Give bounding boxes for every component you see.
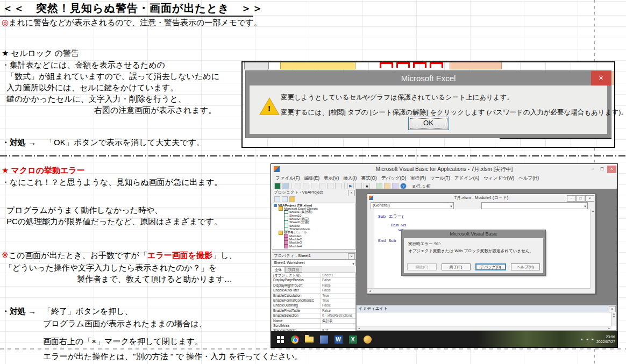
vba-left-panels: プロジェクト - VBAProject × VBAProject (7月.xls… — [272, 189, 356, 332]
close-icon[interactable]: × — [591, 71, 611, 85]
property-row: EnableFormatConditionsCTrue — [272, 298, 355, 303]
memo-sheet: ＜＜ 突然！見知らぬ警告・画面が出たとき ＞＞ ◎まれに警告などが表示されるので… — [0, 0, 626, 364]
cell-lock-line-5: 右図の注意画面が表示されます。 — [94, 105, 216, 115]
excel-shot-border-fragment — [500, 138, 611, 139]
tab-categorized[interactable]: 項目別 — [285, 266, 302, 273]
module-icon — [284, 244, 288, 248]
macro-remedy-line-1: 「終了」ボタンを押し、 — [43, 306, 133, 316]
error-dialog-buttons: 継続(C) 終了(E) デバッグ(D) ヘルプ(H) — [407, 263, 540, 270]
property-row: EnableOutliningFalse — [272, 303, 355, 308]
network-icon[interactable]: ► — [591, 338, 594, 341]
toolbar-separator — [344, 183, 345, 189]
menu-window[interactable]: ウィンドウ(W) — [483, 175, 514, 182]
procedure-dropdown[interactable]: ▼ — [481, 202, 588, 209]
error-code-text: 実行時エラー '91': — [408, 241, 441, 247]
note-marker: ※ — [2, 251, 9, 260]
menu-insert[interactable]: 挿入(I) — [343, 175, 357, 182]
macro-note-line-2: 「どういった操作や文字入力したら表示されたのか？」を — [4, 263, 217, 273]
cell-lock-line-4: 鍵のかかったセルに、文字入力・削除を行うと、 — [6, 94, 186, 104]
close-icon[interactable]: × — [585, 195, 594, 202]
cell-lock-heading: ★ セルロック の警告 — [2, 48, 79, 58]
menu-format[interactable]: 書式(O) — [361, 175, 376, 182]
macro-note-line-3: 製作者まで、教えて頂けると助かります… — [77, 274, 232, 284]
macro-remedy-line-4: エラーが出た操作とは、"別の方法 " で 操作・入力 を行ってください。 — [43, 352, 303, 361]
help-button[interactable]: ヘルプ(H) — [511, 263, 540, 270]
page-subtitle: ◎まれに警告などが表示されるので、注意・警告表示の一部メモです。 — [2, 18, 262, 27]
macro-note-line-1: ※この画面が出たとき、お手数ですが「エラー画面を撮影」し、 — [2, 251, 237, 260]
view-object-icon[interactable] — [282, 196, 288, 202]
menu-help[interactable]: ヘルプ(H) — [518, 175, 539, 182]
hidden-icons-icon[interactable]: ▲ — [580, 338, 584, 341]
immediate-vertical-scrollbar[interactable]: ▲▼ — [611, 312, 616, 326]
toolbar-separator — [291, 183, 292, 189]
chrome-icon[interactable] — [290, 334, 300, 344]
file-explorer-icon[interactable] — [304, 334, 314, 344]
general-dropdown[interactable]: (General) ▼ — [371, 202, 454, 209]
vba-menubar: ファイル(F) 編集(E) 表示(V) 挿入(I) 書式(O) デバッグ(D) … — [271, 175, 617, 182]
vba-screenshot[interactable]: Microsoft Visual Basic for Applications … — [271, 163, 618, 348]
properties-tabs: 全体 項目別 — [272, 266, 356, 273]
system-tray: ▲ ◄ ► 23:562022/07/27 — [580, 334, 617, 345]
page-break-line — [0, 155, 626, 156]
code-window-titlebar: 7月.xlsm - Module4 (コード) — [367, 194, 595, 202]
notes-app-icon[interactable] — [319, 334, 329, 344]
minimize-icon[interactable]: − — [567, 195, 576, 202]
property-row: EnableCalculationTrue — [272, 294, 355, 298]
taskbar-clock[interactable]: 23:562022/07/27 — [596, 334, 615, 345]
tree-item-module4[interactable]: Module4 — [272, 245, 355, 248]
start-button[interactable] — [275, 334, 285, 344]
excel-dialog-message-1: 変更しようとしているセルやグラフは保護されているシート上にあります。 — [281, 93, 514, 102]
excel-shot-red-title-fragment — [380, 62, 443, 68]
menu-view[interactable]: 表示(V) — [324, 175, 339, 182]
error-message-text: オブジェクト変数または With ブロック変数が設定されていません。 — [408, 248, 533, 254]
page-title: ＜＜ 突然！見知らぬ警告・画面が出たとき ＞＞ — [2, 2, 264, 15]
browser-icon[interactable] — [362, 334, 372, 344]
code-horizontal-scrollbar[interactable]: ◄ — [367, 288, 591, 294]
chevron-down-icon: ▼ — [584, 204, 587, 209]
windows-logo-icon — [277, 336, 284, 343]
code-line: Dim ws — [391, 223, 407, 227]
chevron-down-icon: ▼ — [450, 204, 453, 209]
menu-file[interactable]: ファイル(F) — [275, 175, 300, 182]
excel-shot-peach-cell-fragment — [450, 62, 502, 69]
subtitle-marker: ◎ — [2, 18, 9, 27]
menu-tools[interactable]: ツール(T) — [430, 175, 450, 182]
word-icon[interactable]: W — [333, 334, 343, 344]
cell-lock-line-1: ・集計表などには、金額を表示させるための — [2, 60, 165, 70]
ok-button[interactable]: OK — [408, 117, 449, 130]
cell-lock-remedy-label: ・対処 → — [2, 138, 36, 147]
code-line: Sub エラー( — [378, 213, 404, 219]
minimize-icon[interactable]: − — [588, 166, 597, 173]
menu-addins[interactable]: アドイン(A) — [454, 175, 479, 182]
code-margin-bar — [367, 209, 374, 289]
cell-lock-line-2: 「数式」が組まれていますので、誤って消去しないために — [6, 72, 219, 81]
cell-lock-remedy-text: 「OK」ボタンで表示を消して大丈夫です。 — [46, 138, 204, 147]
menu-edit[interactable]: 編集(E) — [304, 175, 319, 182]
debug-button[interactable]: デバッグ(D) — [475, 263, 506, 270]
maximize-icon[interactable]: □ — [597, 166, 607, 173]
end-button[interactable]: 終了(E) — [442, 263, 471, 270]
menu-run[interactable]: 実行(R) — [410, 175, 426, 182]
warning-exclamation: ! — [268, 104, 271, 113]
immediate-horizontal-scrollbar[interactable]: ◄► — [357, 326, 611, 330]
volume-icon[interactable]: ◄ — [586, 338, 589, 341]
mdi-area: 7月.xlsm - Module4 (コード) − □ × (General) … — [356, 189, 617, 305]
immediate-window-header: イミディエイト × — [357, 305, 616, 312]
menu-debug[interactable]: デバッグ(D) — [381, 175, 407, 182]
excel-warning-screenshot[interactable]: Microsoft Excel × ! 変更しようとしているセルやグラフは保護さ… — [241, 61, 615, 148]
excel-shot-peach-edge-fragment — [611, 71, 614, 85]
error-dialog-body: 実行時エラー '91': オブジェクト変数または With ブロック変数が設定さ… — [404, 238, 543, 273]
restore-icon[interactable]: □ — [576, 195, 585, 202]
view-code-icon[interactable] — [274, 196, 280, 202]
macro-heading: ★ マクロの挙動エラー — [2, 166, 85, 175]
code-vertical-scrollbar[interactable]: ▲ — [590, 209, 595, 289]
toggle-folders-icon[interactable] — [289, 196, 295, 202]
excel-dialog-message-2: 変更するには、[校閲] タブの [シート保護の解除] をクリックします (パスワ… — [281, 108, 626, 117]
project-icon — [274, 204, 277, 207]
folder-icon — [279, 231, 283, 235]
tab-alphabetic[interactable]: 全体 — [272, 266, 285, 273]
excel-dialog-body: ! 変更しようとしているセルやグラフは保護されているシート上にあります。 変更す… — [250, 85, 607, 134]
property-grid: (オブジェクト名)Sheet1 DisplayPageBreaksFalse D… — [272, 273, 356, 333]
close-icon[interactable]: × — [607, 166, 616, 173]
excel-icon[interactable]: X — [348, 334, 358, 344]
